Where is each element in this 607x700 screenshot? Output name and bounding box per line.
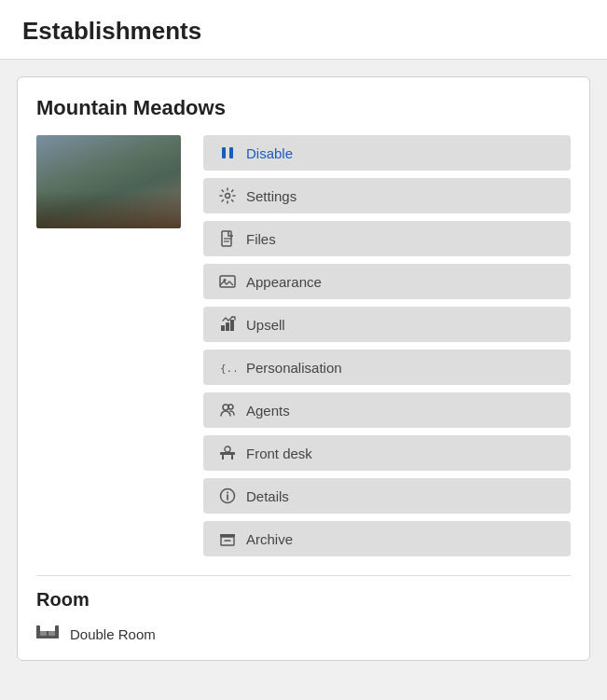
appearance-button[interactable]: Appearance: [203, 264, 571, 299]
upsell-button[interactable]: Upsell: [203, 307, 571, 342]
svg-rect-25: [36, 625, 40, 638]
front-desk-button[interactable]: Front desk: [203, 435, 571, 471]
personalisation-button[interactable]: {...}Personalisation: [203, 350, 571, 385]
front-desk-label: Front desk: [246, 446, 312, 461]
room-label: Double Room: [70, 626, 156, 642]
establishment-card: Mountain Meadows DisableSettingsFilesApp…: [17, 76, 590, 661]
establishment-title: Mountain Meadows: [36, 96, 571, 120]
rooms-section: Room Double Room: [36, 589, 571, 645]
room-item: Double Room: [36, 624, 571, 645]
agents-button[interactable]: Agents: [203, 392, 571, 428]
personalisation-label: Personalisation: [246, 360, 342, 376]
svg-point-12: [223, 405, 228, 410]
code-icon: {...}: [218, 358, 237, 377]
image-icon: [218, 272, 237, 291]
svg-point-17: [225, 446, 230, 452]
archive-icon: [218, 529, 237, 548]
action-buttons: DisableSettingsFilesAppearanceUpsell{...…: [203, 135, 571, 556]
files-label: Files: [246, 231, 276, 247]
establishment-image: [36, 135, 181, 228]
svg-rect-26: [55, 625, 59, 638]
agents-icon: [218, 401, 237, 419]
svg-rect-0: [222, 147, 226, 158]
info-icon: [218, 487, 237, 505]
bed-icon: [36, 624, 59, 645]
archive-button[interactable]: Archive: [203, 521, 571, 556]
appearance-label: Appearance: [246, 274, 322, 290]
svg-rect-10: [230, 320, 234, 331]
upsell-icon: [218, 315, 237, 334]
svg-rect-28: [48, 631, 55, 636]
svg-point-13: [228, 405, 233, 409]
rooms-title: Room: [36, 589, 571, 611]
desk-icon: [218, 444, 237, 462]
pause-icon: [218, 144, 237, 162]
svg-rect-1: [229, 147, 233, 158]
disable-button[interactable]: Disable: [203, 135, 571, 171]
svg-rect-27: [40, 631, 47, 636]
svg-text:{...}: {...}: [220, 363, 236, 375]
agents-label: Agents: [246, 403, 290, 419]
upsell-label: Upsell: [246, 317, 285, 333]
page-title: Establishments: [22, 17, 585, 46]
svg-point-20: [227, 492, 228, 494]
disable-label: Disable: [246, 145, 293, 161]
svg-rect-15: [222, 455, 224, 460]
archive-label: Archive: [246, 531, 293, 547]
svg-rect-16: [231, 455, 233, 460]
section-divider: [36, 575, 571, 576]
details-button[interactable]: Details: [203, 478, 571, 514]
gear-icon: [218, 186, 237, 205]
settings-button[interactable]: Settings: [203, 178, 571, 213]
details-label: Details: [246, 488, 289, 504]
file-icon: [218, 229, 237, 248]
svg-rect-8: [221, 325, 225, 331]
svg-rect-9: [226, 323, 229, 331]
svg-point-2: [226, 194, 230, 199]
settings-label: Settings: [246, 188, 297, 204]
page-header: Establishments: [0, 0, 607, 60]
files-button[interactable]: Files: [203, 221, 571, 256]
